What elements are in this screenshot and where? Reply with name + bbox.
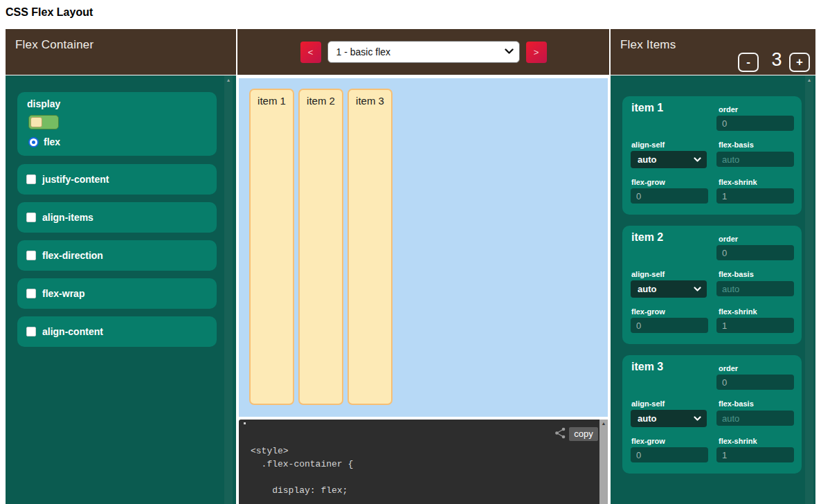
display-toggle-knob [30,117,42,127]
item-1-card: item 1 order align-self auto flex-basis … [622,96,802,215]
flex-shrink-label: flex-shrink [719,307,757,316]
flex-wrap-label: flex-wrap [42,288,84,299]
justify-content-label: justify-content [42,174,109,185]
item-2-order-input[interactable] [716,245,794,260]
flex-container-header: Flex Container [6,29,236,75]
item-3-title: item 3 [631,361,663,373]
flex-basis-label: flex-basis [719,141,754,149]
item-1-align-self-select[interactable]: auto [631,151,707,168]
item-3-card: item 3 order align-self auto flex-basis … [622,355,802,474]
page-title: CSS Flex Layout [6,6,93,19]
item-2-align-self-select[interactable]: auto [631,280,707,298]
flex-grow-label: flex-grow [631,178,665,186]
flex-radio[interactable] [28,137,39,147]
item-3-flex-shrink-input[interactable] [716,447,794,462]
flex-shrink-label: flex-shrink [719,178,757,186]
display-card: display flex [17,92,217,156]
scroll-up-icon[interactable]: ▲ [805,78,813,83]
example-nav-header: < 1 - basic flex > [237,29,609,75]
next-example-button[interactable]: > [526,42,547,63]
flex-wrap-checkbox[interactable] [26,289,36,298]
flex-direction-checkbox[interactable] [26,251,36,260]
prop-card-align-items: align-items [17,202,217,233]
right-panel-scrollbar[interactable]: ▲ [805,75,813,504]
justify-content-checkbox[interactable] [26,174,36,184]
align-content-checkbox[interactable] [26,327,36,336]
item-3-flex-basis-input[interactable] [716,411,794,426]
display-flex-radio-row[interactable]: flex [28,136,60,147]
flex-grow-label: flex-grow [631,307,665,316]
item-2-title: item 2 [631,231,663,244]
item-1-order-input[interactable] [716,116,794,131]
flex-basis-label: flex-basis [719,399,754,408]
item-1-flex-grow-input[interactable] [631,188,708,204]
prop-card-flex-wrap: flex-wrap [17,278,217,309]
preview-item-1: item 1 [249,89,294,405]
align-content-label: align-content [42,326,103,337]
prop-card-flex-direction: flex-direction [17,240,217,271]
align-self-label: align-self [631,141,665,149]
increase-items-button[interactable]: + [789,53,810,72]
code-panel-dot [244,422,246,424]
item-3-align-self-wrap: auto [631,410,707,427]
flex-items-body: item 1 order align-self auto flex-basis … [611,75,815,504]
display-label: display [27,98,60,109]
flex-grow-label: flex-grow [631,437,665,445]
item-count: 3 [764,49,789,71]
scroll-up-icon[interactable]: ▲ [224,78,233,83]
item-3-order-input[interactable] [716,375,794,390]
preview-item-3: item 3 [348,89,393,405]
flex-container-title: Flex Container [15,38,93,52]
flex-container-body: display flex justify-content align-items… [6,75,236,504]
copy-button[interactable]: copy [569,427,598,441]
align-items-label: align-items [42,212,93,223]
item-1-title: item 1 [631,102,663,114]
item-2-align-self-wrap: auto [631,280,707,298]
order-label: order [719,364,738,372]
align-self-label: align-self [631,399,665,408]
example-select-wrap: 1 - basic flex [327,41,520,63]
preview-item-2: item 2 [298,89,343,405]
item-1-flex-basis-input[interactable] [716,152,794,167]
align-self-label: align-self [631,270,665,278]
code-text: <style> .flex-container { display: flex; [251,444,353,497]
item-2-flex-shrink-input[interactable] [716,318,794,333]
item-2-card: item 2 order align-self auto flex-basis … [622,226,802,344]
flex-basis-label: flex-basis [719,270,754,278]
item-2-flex-basis-input[interactable] [716,281,794,296]
flex-shrink-label: flex-shrink [719,437,757,445]
item-1-flex-shrink-input[interactable] [716,188,794,204]
decrease-items-button[interactable]: - [738,53,759,72]
code-panel: copy <style> .flex-container { display: … [239,420,608,504]
order-label: order [719,105,738,114]
display-toggle[interactable] [28,115,59,129]
app-root: CSS Flex Layout Flex Container display f… [0,0,830,504]
example-select[interactable]: 1 - basic flex [327,41,520,63]
flex-items-title: Flex Items [620,38,676,52]
flex-preview-container: item 1 item 2 item 3 [239,78,608,417]
order-label: order [719,235,738,243]
item-1-align-self-wrap: auto [631,151,707,168]
share-icon[interactable] [554,427,566,439]
item-3-flex-grow-input[interactable] [631,447,708,462]
prop-card-justify-content: justify-content [17,164,217,195]
align-items-checkbox[interactable] [26,213,36,222]
flex-direction-label: flex-direction [42,250,103,261]
flex-radio-label: flex [44,136,60,147]
prev-example-button[interactable]: < [300,42,321,63]
item-2-flex-grow-input[interactable] [631,318,708,333]
left-panel-scrollbar[interactable]: ▲ [224,75,233,504]
code-scrollbar[interactable]: ▲ [599,420,608,504]
item-3-align-self-select[interactable]: auto [631,410,707,427]
scroll-up-icon[interactable]: ▲ [599,421,608,426]
prop-card-align-content: align-content [17,316,217,347]
